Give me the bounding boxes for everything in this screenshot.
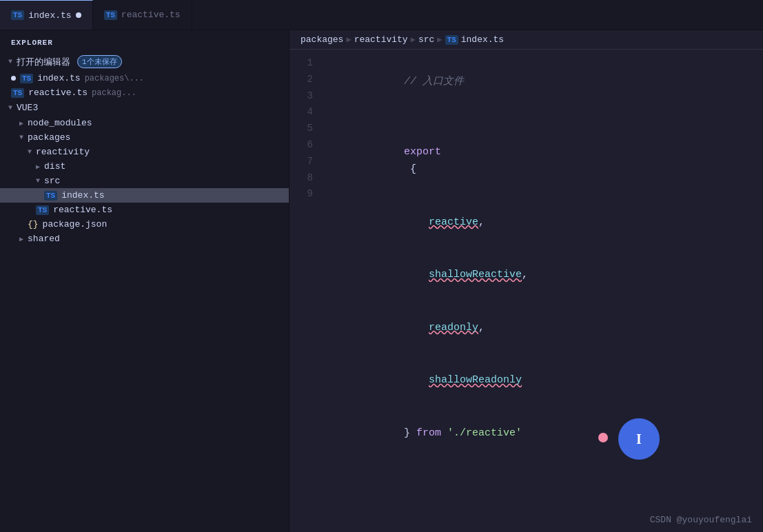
- line-num-6: 6: [289, 137, 313, 154]
- line-num-2: 2: [289, 72, 313, 88]
- tree-node-modules[interactable]: ▶ node_modules: [0, 116, 289, 130]
- tree-reactive-ts[interactable]: TS reactive.ts: [0, 203, 289, 217]
- blue-circle: I: [618, 418, 660, 460]
- file-path: packages\...: [85, 74, 144, 83]
- tab-label: reactive.ts: [121, 10, 181, 20]
- tree-index-ts[interactable]: TS index.ts: [0, 188, 289, 203]
- open-file-reactive-ts[interactable]: TS reactive.ts packag...: [0, 85, 289, 100]
- tree-package-json[interactable]: {} package.json: [0, 217, 289, 232]
- chevron-down-icon: ▼: [28, 148, 32, 156]
- sidebar: EXPLORER ▼ 打开的编辑器 1个未保存 TS index.ts pack…: [0, 30, 289, 532]
- code-line-6: readonly,: [329, 301, 763, 354]
- folder-name: reactivity: [36, 147, 90, 157]
- folder-name: node_modules: [28, 118, 92, 128]
- comment-text: // 入口文件: [404, 76, 464, 88]
- chevron-down-icon: ▼: [36, 177, 40, 185]
- section-label: VUE3: [17, 103, 38, 113]
- folder-name: packages: [28, 132, 70, 143]
- fn-shallowReactive: shallowReactive: [429, 269, 522, 280]
- section-open-editors[interactable]: ▼ 打开的编辑器 1个未保存: [0, 52, 289, 71]
- line-num-4: 4: [289, 104, 313, 121]
- file-name: reactive.ts: [53, 205, 112, 215]
- breadcrumb: packages ▶ reactivity ▶ src ▶ TS index.t…: [289, 30, 763, 50]
- file-path: packag...: [92, 88, 136, 98]
- chevron-right-icon: ▶: [19, 235, 23, 243]
- tree-reactivity[interactable]: ▼ reactivity: [0, 145, 289, 159]
- code-line-3: export {: [329, 125, 763, 196]
- line-num-8: 8: [289, 170, 313, 187]
- fn-reactive: reactive: [429, 216, 478, 228]
- indent: [404, 216, 429, 228]
- breadcrumb-file: index.ts: [461, 34, 504, 45]
- ts-icon: TS: [20, 74, 33, 83]
- code-line-8: } from './reactive': [329, 407, 763, 460]
- tree-shared[interactable]: ▶ shared: [0, 232, 289, 246]
- unsaved-badge: 1个未保存: [77, 55, 122, 68]
- chevron-right-icon: ▶: [36, 163, 40, 171]
- line-num-7: 7: [289, 154, 313, 170]
- section-label: 打开的编辑器: [17, 56, 70, 68]
- code-lines: // 入口文件 export { reactive,: [324, 55, 763, 526]
- editor-wrapper: 1 2 3 4 5 6 7 8 9 // 入口文件: [289, 50, 763, 532]
- sidebar-title: EXPLORER: [0, 30, 289, 52]
- red-circle: [598, 433, 608, 442]
- breadcrumb-packages: packages: [301, 34, 343, 45]
- punct-space-brace: {: [404, 163, 416, 175]
- comma: ,: [478, 216, 485, 228]
- indent: [404, 269, 429, 280]
- code-line-9: [329, 460, 763, 478]
- fn-readonly: readonly: [429, 322, 478, 334]
- tab-reactive-ts[interactable]: TS reactive.ts: [93, 0, 192, 30]
- code-line-7: shallowReadonly: [329, 354, 763, 407]
- space: [441, 427, 447, 439]
- file-name: index.ts: [61, 190, 104, 201]
- line-num-5: 5: [289, 121, 313, 137]
- breadcrumb-src: src: [418, 34, 434, 45]
- indent: [404, 374, 429, 386]
- tree-src[interactable]: ▼ src: [0, 174, 289, 188]
- section-vue3[interactable]: ▼ VUE3: [0, 100, 289, 116]
- code-content[interactable]: 1 2 3 4 5 6 7 8 9 // 入口文件: [289, 50, 763, 532]
- sidebar-scroll[interactable]: ▼ 打开的编辑器 1个未保存 TS index.ts packages\... …: [0, 52, 289, 532]
- line-num-1: 1: [289, 55, 313, 72]
- comma: ,: [478, 322, 485, 334]
- json-icon: {}: [28, 219, 39, 229]
- code-line-2: [329, 108, 763, 126]
- chevron-down-icon: ▼: [19, 134, 23, 141]
- tree-dist[interactable]: ▶ dist: [0, 159, 289, 174]
- watermark: CSDN @youyoufenglai: [650, 515, 752, 525]
- file-name: package.json: [43, 219, 108, 229]
- line-num-3: 3: [289, 88, 313, 105]
- tab-label: index.ts: [28, 10, 71, 21]
- file-name: reactive.ts: [28, 88, 88, 98]
- open-file-index-ts[interactable]: TS index.ts packages\...: [0, 71, 289, 85]
- main-area: EXPLORER ▼ 打开的编辑器 1个未保存 TS index.ts pack…: [0, 30, 763, 532]
- chevron-down-icon: ▼: [8, 58, 12, 65]
- fn-shallowReadonly: shallowReadonly: [429, 374, 522, 386]
- string-path: './reactive': [447, 427, 522, 439]
- chevron-down-icon: ▼: [8, 104, 12, 112]
- ts-icon: TS: [104, 10, 117, 20]
- breadcrumb-reactivity: reactivity: [354, 34, 408, 45]
- breadcrumb-sep: ▶: [411, 34, 416, 45]
- breadcrumb-sep: ▶: [437, 34, 442, 45]
- editor-area: packages ▶ reactivity ▶ src ▶ TS index.t…: [289, 30, 763, 532]
- code-line-1: // 入口文件: [329, 55, 763, 108]
- chevron-right-icon: ▶: [19, 119, 23, 127]
- line-num-9: 9: [289, 186, 313, 203]
- tab-bar: TS index.ts TS reactive.ts: [0, 0, 763, 30]
- tree-packages[interactable]: ▼ packages: [0, 130, 289, 145]
- ts-icon: TS: [36, 205, 49, 215]
- code-line-4: reactive,: [329, 196, 763, 249]
- tab-index-ts[interactable]: TS index.ts: [0, 0, 93, 30]
- keyword-export: export: [404, 146, 441, 158]
- keyword-from: from: [416, 427, 441, 439]
- close-brace: }: [404, 427, 416, 439]
- cursor-i-icon: I: [636, 431, 642, 447]
- unsaved-dot: [11, 76, 16, 81]
- file-name: index.ts: [37, 73, 80, 83]
- folder-name: src: [44, 176, 60, 186]
- ts-icon: TS: [445, 35, 458, 45]
- folder-name: shared: [28, 234, 60, 244]
- ts-icon: TS: [44, 191, 57, 201]
